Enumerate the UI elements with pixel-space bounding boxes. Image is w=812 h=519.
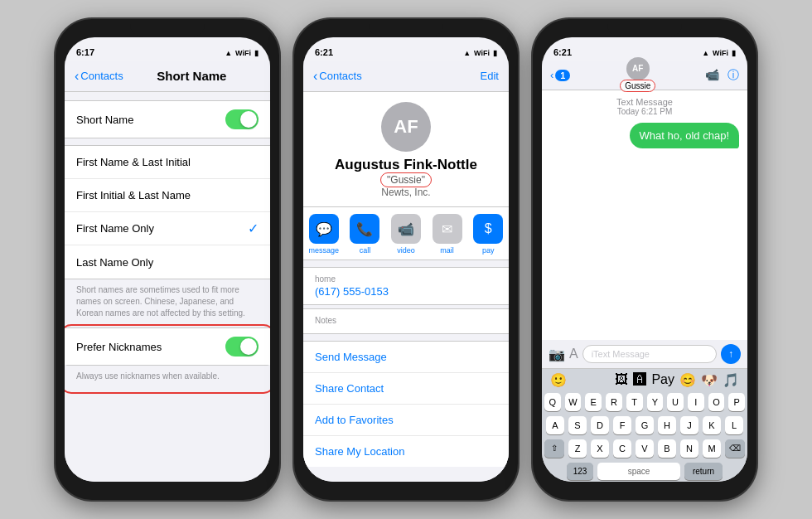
battery-icon-2: ▮ [493, 49, 497, 57]
memoji-icon[interactable]: 😊 [679, 372, 696, 388]
key-l[interactable]: L [725, 416, 743, 434]
key-i[interactable]: I [688, 393, 704, 411]
option-row-1[interactable]: First Initial & Last Name [65, 179, 270, 212]
music-icon[interactable]: 🎵 [723, 372, 739, 388]
stickers-icon[interactable]: 🐶 [701, 372, 718, 388]
wifi-icon-1: WiFi [235, 49, 251, 57]
chevron-icon-3: ‹ [550, 69, 553, 81]
message-bubble: What ho, old chap! [630, 123, 739, 148]
key-x[interactable]: X [591, 439, 609, 458]
message-input[interactable]: iText Message [582, 345, 717, 363]
send-button[interactable]: ↑ [721, 344, 741, 364]
option-row-0[interactable]: First Name & Last Initial [65, 146, 270, 179]
contact-actions: 💬 message 📞 call 📹 video ✉ mail $ p [303, 207, 509, 260]
message-time: Today 6:21 PM [617, 107, 673, 116]
key-c[interactable]: C [613, 439, 631, 458]
keyboard-row-3: ⇧ Z X C V B N M ⌫ [542, 436, 747, 459]
key-w[interactable]: W [565, 393, 582, 411]
key-a[interactable]: A [546, 416, 564, 434]
share-contact-item[interactable]: Share Contact [303, 373, 509, 405]
info-icon[interactable]: ⓘ [727, 68, 739, 83]
messages-back[interactable]: ‹ 1 [550, 69, 570, 81]
nickname-oval [380, 172, 432, 187]
emoji-icon[interactable]: 🙂 [550, 372, 567, 388]
short-name-row[interactable]: Short Name [65, 101, 270, 138]
edit-button[interactable]: Edit [481, 70, 499, 82]
message-icon: 💬 [309, 214, 339, 244]
camera-icon[interactable]: 📷 [549, 347, 565, 362]
time-2: 6:21 [315, 47, 333, 57]
share-location-item[interactable]: Share My Location [303, 436, 509, 467]
options-section: First Name & Last Initial First Initial … [65, 145, 270, 279]
short-name-label: Short Name [76, 114, 133, 126]
num-key[interactable]: 123 [567, 463, 593, 480]
prefer-nicknames-toggle[interactable] [225, 337, 259, 357]
action-call[interactable]: 📞 call [347, 214, 382, 255]
short-name-toggle[interactable] [225, 109, 259, 129]
applepay-icon[interactable]: Pay [651, 372, 674, 388]
key-t[interactable]: T [626, 393, 643, 411]
app-store-icon[interactable]: A [569, 347, 578, 361]
option-row-2[interactable]: First Name Only ✓ [65, 212, 270, 245]
key-m[interactable]: M [703, 439, 721, 458]
status-bar-3: 6:21 ▲ WiFi ▮ [542, 37, 747, 61]
appstore-icon[interactable]: 🅰 [633, 372, 646, 388]
key-r[interactable]: R [606, 393, 622, 411]
short-name-section: Short Name [65, 100, 270, 138]
call-icon: 📞 [350, 214, 379, 244]
settings-content: Short Name First Name & Last Initial Fir… [65, 92, 270, 482]
call-label: call [360, 246, 371, 255]
key-u[interactable]: U [667, 393, 684, 411]
input-bar: 📷 A iText Message ↑ [542, 340, 747, 369]
key-f[interactable]: F [613, 416, 631, 434]
option-label-3: Last Name Only [76, 256, 153, 269]
nav-bar-1: ‹ Contacts Short Name [65, 61, 270, 92]
option-row-3[interactable]: Last Name Only [65, 245, 270, 279]
phone-label: home [315, 274, 497, 284]
action-pay[interactable]: $ pay [471, 214, 505, 255]
key-y[interactable]: Y [647, 393, 664, 411]
video-call-icon[interactable]: 📹 [705, 68, 719, 83]
key-z[interactable]: Z [568, 439, 587, 458]
prefer-nicknames-row[interactable]: Prefer Nicknames [65, 328, 270, 365]
notch-2 [369, 19, 443, 37]
action-mail[interactable]: ✉ mail [430, 214, 465, 255]
screen-2: 6:21 ▲ WiFi ▮ ‹ Contacts Edit AF Augustu… [303, 37, 509, 482]
key-e[interactable]: E [585, 393, 602, 411]
action-message[interactable]: 💬 message [307, 214, 341, 255]
key-b[interactable]: B [658, 439, 676, 458]
key-s[interactable]: S [568, 416, 587, 434]
key-v[interactable]: V [636, 439, 654, 458]
message-sender: Text Message [550, 97, 739, 107]
photos-icon[interactable]: 🖼 [615, 372, 628, 388]
send-message-item[interactable]: Send Message [303, 342, 509, 373]
nav-back-1[interactable]: ‹ Contacts [75, 69, 123, 84]
pay-label: pay [482, 246, 495, 255]
msg-action-icons: 📹 ⓘ [705, 68, 739, 83]
time-3: 6:21 [553, 47, 572, 57]
phone-value[interactable]: (617) 555-0153 [315, 285, 497, 298]
key-k[interactable]: K [703, 416, 721, 434]
add-favorites-item[interactable]: Add to Favorites [303, 405, 509, 436]
contact-content: AF Augustus Fink-Nottle "Gussie" Newts, … [303, 92, 509, 482]
key-q[interactable]: Q [544, 393, 561, 411]
screen-1: 6:17 ▲ WiFi ▮ ‹ Contacts Short Name Shor… [65, 37, 270, 482]
return-key[interactable]: return [684, 463, 723, 480]
shift-key[interactable]: ⇧ [544, 439, 564, 458]
signal-icon-3: ▲ [702, 49, 709, 57]
key-d[interactable]: D [591, 416, 609, 434]
messages-area: Text Message Today 6:21 PM What ho, old … [542, 90, 747, 340]
nav-back-2[interactable]: ‹ Contacts [313, 69, 362, 84]
phone-1: 6:17 ▲ WiFi ▮ ‹ Contacts Short Name Shor… [56, 19, 279, 500]
key-n[interactable]: N [680, 439, 698, 458]
contact-company: Newts, Inc. [381, 187, 430, 198]
key-j[interactable]: J [680, 416, 698, 434]
key-g[interactable]: G [636, 416, 654, 434]
space-key[interactable]: space [597, 463, 680, 480]
key-p[interactable]: P [728, 393, 745, 411]
delete-key[interactable]: ⌫ [725, 439, 745, 458]
action-video[interactable]: 📹 video [389, 214, 423, 255]
key-o[interactable]: O [708, 393, 725, 411]
mail-label: mail [440, 246, 454, 255]
key-h[interactable]: H [658, 416, 676, 434]
